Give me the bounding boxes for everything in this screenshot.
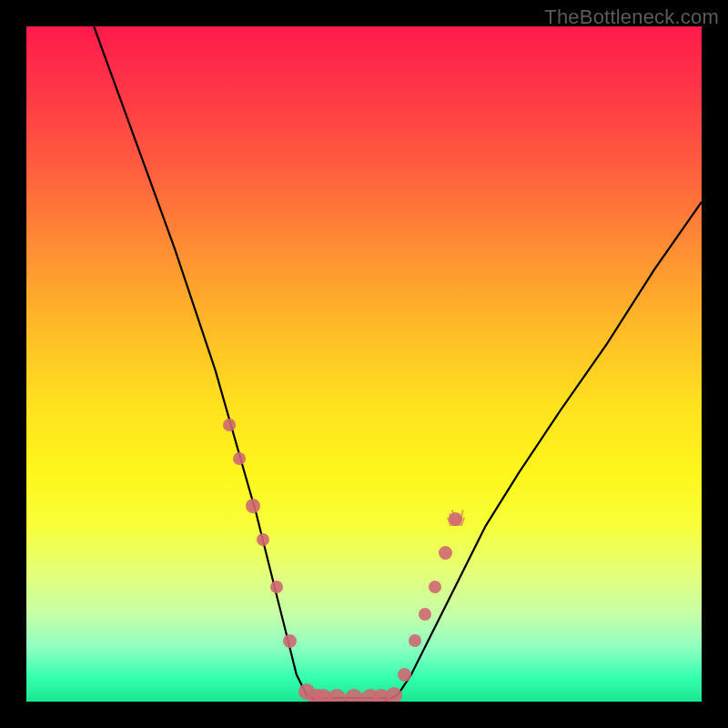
sample-marker bbox=[257, 533, 269, 546]
sample-marker bbox=[270, 581, 283, 593]
sample-marker bbox=[386, 687, 402, 702]
sample-marker bbox=[223, 419, 236, 431]
plot-area bbox=[26, 26, 702, 702]
sample-marker bbox=[429, 581, 441, 593]
bottleneck-curve bbox=[94, 26, 702, 702]
sample-marker bbox=[246, 499, 260, 513]
watermark-text: TheBottleneck.com bbox=[544, 5, 719, 29]
sample-marker bbox=[439, 546, 452, 560]
chart-frame: TheBottleneck.com bbox=[0, 0, 728, 728]
sample-marker bbox=[409, 634, 421, 647]
sample-marker bbox=[419, 608, 431, 621]
curve-layer bbox=[26, 26, 702, 702]
sample-marker bbox=[233, 452, 246, 465]
sample-marker bbox=[328, 689, 346, 702]
sample-marker bbox=[283, 634, 297, 648]
sample-marker bbox=[398, 668, 411, 682]
sample-marker bbox=[345, 689, 363, 702]
